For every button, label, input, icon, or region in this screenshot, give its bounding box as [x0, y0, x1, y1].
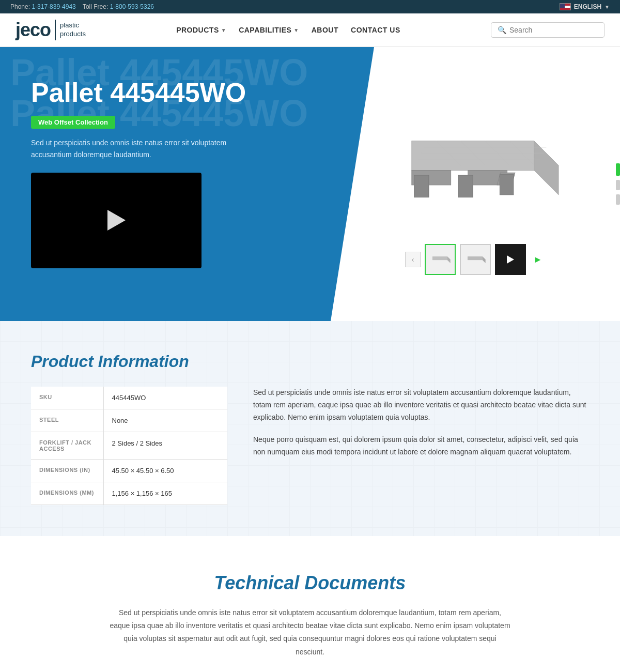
svg-marker-20 — [483, 256, 486, 263]
phone-label: Phone: — [10, 3, 30, 10]
svg-marker-17 — [447, 256, 451, 263]
language-label: ENGLISH — [574, 3, 601, 10]
table-row: STEEL None — [31, 409, 227, 432]
thumbnail-1[interactable] — [425, 244, 456, 275]
tech-docs-description: Sed ut perspiciatis unde omnis iste natu… — [109, 606, 512, 659]
flag-icon — [560, 3, 571, 10]
svg-rect-6 — [414, 175, 429, 197]
pallet-svg — [382, 98, 568, 233]
nav-links: PRODUCTS ▼ CAPABILITIES ▼ ABOUT CONTACT … — [176, 26, 400, 34]
table-row: DIMENSIONS (IN) 45.50 × 45.50 × 6.50 — [31, 460, 227, 482]
pallet-image-container — [377, 93, 574, 238]
hero-title: Pallet 445445WO — [31, 78, 264, 108]
search-input[interactable] — [509, 26, 598, 34]
nav-bar: jeco plastic products PRODUCTS ▼ CAPABIL… — [0, 13, 620, 47]
info-table-wrap: SKU 445445WO STEEL None FORKLIFT / JACK … — [31, 387, 227, 505]
play-button-icon — [107, 210, 126, 231]
label-forklift: FORKLIFT / JACK ACCESS — [31, 432, 103, 460]
table-row: SKU 445445WO — [31, 387, 227, 409]
hero-video[interactable] — [31, 173, 202, 268]
flag-canton — [560, 4, 565, 8]
table-row: DIMENSIONS (MM) 1,156 × 1,156 × 165 — [31, 482, 227, 505]
nav-about[interactable]: ABOUT — [312, 26, 338, 34]
products-arrow: ▼ — [221, 27, 226, 33]
thumb-play-icon — [507, 255, 514, 264]
product-info-section: Product Information SKU 445445WO STEEL N… — [0, 321, 620, 536]
nav-capabilities[interactable]: CAPABILITIES ▼ — [239, 26, 299, 34]
logo-divider — [55, 20, 56, 40]
hero-description: Sed ut perspiciatis unde omnis iste natu… — [31, 137, 227, 160]
label-dim-in: DIMENSIONS (IN) — [31, 460, 103, 482]
logo-jeco: jeco — [16, 21, 51, 39]
top-bar: Phone: 1-317-839-4943 Toll Free: 1-800-5… — [0, 0, 620, 13]
nav-contact[interactable]: CONTACT US — [351, 26, 400, 34]
language-arrow: ▼ — [605, 4, 610, 10]
svg-marker-1 — [534, 141, 559, 195]
svg-marker-18 — [432, 256, 447, 260]
language-selector[interactable]: ENGLISH ▼ — [560, 3, 610, 10]
next-thumbnail[interactable]: ► — [530, 252, 546, 267]
label-dim-mm: DIMENSIONS (MM) — [31, 482, 103, 505]
hero-product-panel: ‹ ► — [331, 47, 620, 321]
logo[interactable]: jeco plastic products — [16, 20, 86, 40]
capabilities-arrow: ▼ — [293, 27, 299, 33]
svg-rect-7 — [458, 175, 473, 197]
tollfree-link[interactable]: 1-800-593-5326 — [110, 3, 154, 10]
contact-info: Phone: 1-317-839-4943 Toll Free: 1-800-5… — [10, 3, 154, 10]
product-info-title: Product Information — [31, 352, 589, 371]
phone-link[interactable]: 1-317-839-4943 — [32, 3, 75, 10]
thumb-2-svg — [464, 249, 487, 270]
svg-marker-2 — [412, 141, 534, 171]
value-dim-in: 45.50 × 45.50 × 6.50 — [103, 460, 227, 482]
svg-rect-8 — [500, 174, 514, 195]
dot-2[interactable] — [616, 180, 620, 190]
thumbnail-video[interactable] — [495, 244, 526, 275]
info-para-2: Neque porro quisquam est, qui dolorem ip… — [253, 434, 589, 459]
svg-marker-21 — [468, 256, 483, 260]
hero-section: Pallet 445445WO Pallet 445445WO Pallet 4… — [0, 47, 620, 321]
search-icon: 🔍 — [498, 26, 506, 34]
prev-thumbnail[interactable]: ‹ — [405, 252, 421, 267]
thumbnails-row: ‹ ► — [405, 244, 546, 275]
hero-badge: Web Offset Collection — [31, 116, 115, 129]
logo-text: plastic products — [60, 21, 86, 39]
value-dim-mm: 1,156 × 1,156 × 165 — [103, 482, 227, 505]
hero-content: Pallet 445445WO Web Offset Collection Se… — [0, 47, 284, 289]
info-table: SKU 445445WO STEEL None FORKLIFT / JACK … — [31, 387, 227, 505]
tech-docs-section: Technical Documents Sed ut perspiciatis … — [0, 536, 620, 672]
nav-products[interactable]: PRODUCTS ▼ — [176, 26, 226, 34]
label-sku: SKU — [31, 387, 103, 409]
info-text: Sed ut perspiciatis unde omnis iste natu… — [253, 387, 589, 505]
value-steel: None — [103, 409, 227, 432]
label-steel: STEEL — [31, 409, 103, 432]
thumbnail-2[interactable] — [460, 244, 491, 275]
dot-3[interactable] — [616, 194, 620, 205]
tech-docs-title: Technical Documents — [31, 572, 589, 594]
table-row: FORKLIFT / JACK ACCESS 2 Sides / 2 Sides — [31, 432, 227, 460]
value-sku: 445445WO — [103, 387, 227, 409]
sidebar-dots — [616, 163, 620, 205]
info-para-1: Sed ut perspiciatis unde omnis iste natu… — [253, 387, 589, 423]
dot-active[interactable] — [616, 163, 620, 176]
value-forklift: 2 Sides / 2 Sides — [103, 432, 227, 460]
search-box[interactable]: 🔍 — [491, 22, 605, 38]
info-layout: SKU 445445WO STEEL None FORKLIFT / JACK … — [31, 387, 589, 505]
tollfree-label: Toll Free: — [83, 3, 108, 10]
thumb-1-svg — [429, 249, 452, 270]
